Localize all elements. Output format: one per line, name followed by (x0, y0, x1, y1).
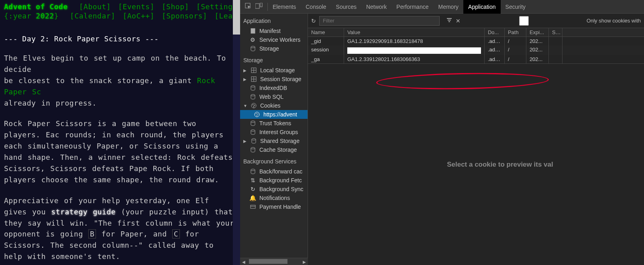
cell-size[interactable] (549, 55, 562, 63)
col-name[interactable]: Name (308, 28, 344, 37)
sidebar-service-workers[interactable]: ⚙Service Workers (240, 35, 308, 44)
sidebar-websql[interactable]: Web SQL (240, 92, 308, 101)
scroll-right-icon[interactable]: ▶ (301, 258, 308, 265)
nav-aocpp[interactable]: [AoC++] (122, 12, 154, 20)
database-icon (250, 45, 256, 52)
clear-icon[interactable]: ✕ (456, 18, 461, 24)
col-size[interactable]: Siz (549, 28, 562, 37)
cell-expires[interactable]: 202... (526, 37, 549, 45)
devtools-panel: Elements Console Sources Network Perform… (240, 0, 644, 265)
tab-sources[interactable]: Sources (331, 0, 361, 14)
card-icon (250, 204, 256, 210)
col-value[interactable]: Value (344, 28, 485, 37)
svg-point-16 (253, 106, 254, 107)
cell-name[interactable]: _ga (308, 55, 344, 63)
cell-domain[interactable]: .adv... (485, 37, 505, 45)
sidebar-session-storage[interactable]: ▶Session Storage (240, 75, 308, 84)
cell-path[interactable]: / (505, 37, 526, 45)
nav-events[interactable]: [Events] (118, 2, 155, 11)
cell-domain[interactable]: .adv... (485, 55, 505, 63)
sidebar-indexeddb[interactable]: IndexedDB (240, 84, 308, 92)
table-row[interactable]: _gidGA1.2.1929290918.1683218478.adv.../2… (308, 37, 644, 45)
tab-security[interactable]: Security (501, 0, 531, 14)
cell-value[interactable] (344, 45, 485, 55)
svg-point-18 (256, 113, 257, 114)
redacted-value (347, 47, 481, 54)
aoc-year[interactable]: {:year 2022} (4, 12, 59, 20)
cell-domain[interactable]: .adv... (485, 45, 505, 55)
nav-sponsors[interactable]: [Sponsors] (162, 12, 207, 20)
tab-performance[interactable]: Performance (391, 0, 433, 14)
svg-point-4 (251, 46, 255, 48)
cell-expires[interactable]: 202... (526, 55, 549, 63)
hscroll-thumb[interactable] (249, 259, 287, 264)
cell-expires[interactable]: 202... (526, 45, 549, 55)
cell-size[interactable] (549, 45, 562, 55)
sidebar-cookie-origin[interactable]: https://advent (240, 110, 308, 119)
tab-network[interactable]: Network (361, 0, 391, 14)
cell-name[interactable]: session (308, 45, 344, 55)
refresh-icon[interactable]: ↻ (311, 18, 316, 24)
tab-console[interactable]: Console (301, 0, 331, 14)
grid-icon (251, 76, 257, 82)
svg-point-23 (252, 139, 256, 140)
only-cookies-checkbox[interactable]: Only show cookies with (464, 16, 641, 26)
nav-leaderboard[interactable]: [Lea (214, 12, 232, 20)
sidebar-hscroll[interactable]: ◀ ▶ (240, 258, 308, 265)
tab-application[interactable]: Application (463, 0, 501, 14)
device-icon[interactable] (255, 3, 263, 10)
tab-memory[interactable]: Memory (433, 0, 463, 14)
sidebar-notifications[interactable]: 🔔Notifications (240, 194, 308, 202)
filter-input[interactable] (319, 16, 440, 26)
sidebar-cookies[interactable]: ▼Cookies (240, 101, 308, 110)
sidebar-bfcache[interactable]: Back/forward cac (240, 167, 308, 176)
code-c: C (172, 229, 180, 238)
sidebar-manifest[interactable]: Manifest (240, 26, 308, 35)
sidebar-local-storage[interactable]: ▶Local Storage (240, 66, 308, 75)
table-row[interactable]: _gaGA1.2.339128021.1683066363.adv.../202… (308, 55, 644, 63)
strategy-guide-em: strategy guide (51, 208, 116, 216)
svg-point-15 (254, 105, 255, 106)
aoc-scroll-thumb[interactable] (233, 0, 240, 35)
svg-point-24 (251, 147, 255, 149)
inspect-icon[interactable] (245, 3, 251, 10)
nav-calendar[interactable]: [Calendar] (70, 12, 115, 20)
chevron-right-icon: ▶ (243, 139, 247, 143)
para-2: Rock Paper Scissors is a game between tw… (4, 118, 236, 185)
scroll-left-icon[interactable]: ◀ (240, 258, 247, 265)
col-path[interactable]: Path (505, 28, 526, 37)
nav-shop[interactable]: [Shop] (162, 2, 189, 11)
sidebar-shared-storage[interactable]: ▶Shared Storage (240, 137, 308, 145)
sidebar-trust-tokens[interactable]: Trust Tokens (240, 119, 308, 128)
cell-name[interactable]: _gid (308, 37, 344, 45)
sidebar-interest-groups[interactable]: Interest Groups (240, 128, 308, 137)
col-domain[interactable]: Do... (485, 28, 505, 37)
svg-point-14 (253, 104, 253, 105)
col-expires[interactable]: Expi... (526, 28, 549, 37)
database-icon (250, 120, 256, 126)
aoc-title[interactable]: Advent of Code (4, 2, 68, 11)
cell-value[interactable]: GA1.2.339128021.1683066363 (344, 55, 485, 63)
sidebar-payment-handler[interactable]: Payment Handle (240, 202, 308, 211)
filter-icon[interactable] (446, 17, 452, 24)
sidebar-cache-storage[interactable]: Cache Storage (240, 145, 308, 154)
aoc-page: Advent of Code [About] [Events] [Shop] [… (0, 0, 240, 265)
sidebar-bg-fetch[interactable]: ⇅Background Fetc (240, 176, 308, 185)
sidebar-bg-sync[interactable]: ↻Background Sync (240, 185, 308, 194)
tab-elements[interactable]: Elements (268, 0, 301, 14)
table-header: Name Value Do... Path Expi... Siz (308, 28, 644, 37)
sidebar-storage[interactable]: Storage (240, 44, 308, 53)
aoc-scrollbar[interactable] (233, 0, 240, 265)
cell-path[interactable]: / (505, 55, 526, 63)
table-row[interactable]: session.adv.../202... (308, 45, 644, 55)
para-1: The Elves begin to set up camp on the be… (4, 53, 236, 108)
database-icon (250, 147, 256, 153)
svg-point-11 (251, 86, 255, 87)
nav-about[interactable]: [About] (79, 2, 111, 11)
cell-value[interactable]: GA1.2.1929290918.1683218478 (344, 37, 485, 45)
cell-path[interactable]: / (505, 45, 526, 55)
sync-icon: ↻ (250, 186, 256, 192)
svg-point-22 (251, 130, 255, 131)
svg-rect-2 (260, 3, 262, 7)
cell-size[interactable] (549, 37, 562, 45)
